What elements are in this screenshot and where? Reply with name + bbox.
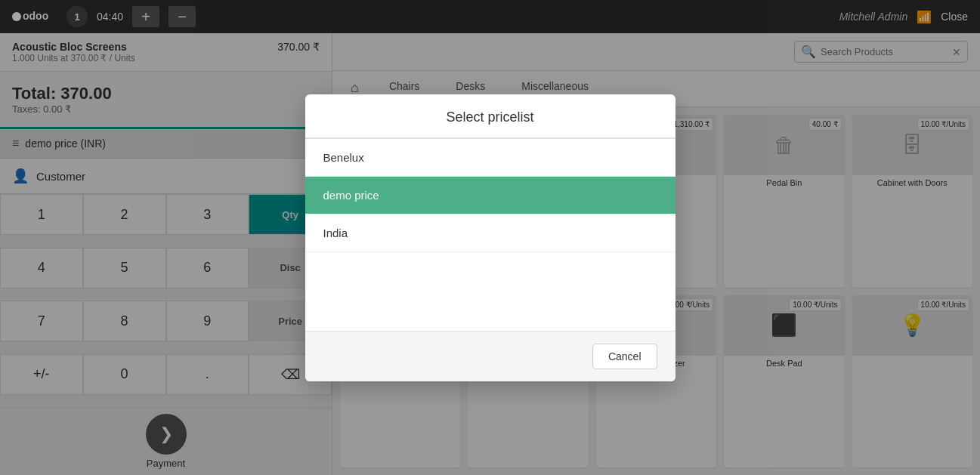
modal-footer: Cancel xyxy=(305,331,675,381)
pricelist-item-demo[interactable]: demo price xyxy=(305,177,675,214)
modal-header: Select pricelist xyxy=(305,94,675,138)
cancel-button[interactable]: Cancel xyxy=(592,344,657,369)
modal-list: Benelux demo price India xyxy=(305,139,675,331)
modal-overlay[interactable]: Select pricelist Benelux demo price Indi… xyxy=(0,0,980,475)
pricelist-item-india[interactable]: India xyxy=(305,214,675,252)
pricelist-item-benelux[interactable]: Benelux xyxy=(305,139,675,177)
select-pricelist-modal: Select pricelist Benelux demo price Indi… xyxy=(305,94,675,381)
modal-title: Select pricelist xyxy=(323,109,657,125)
